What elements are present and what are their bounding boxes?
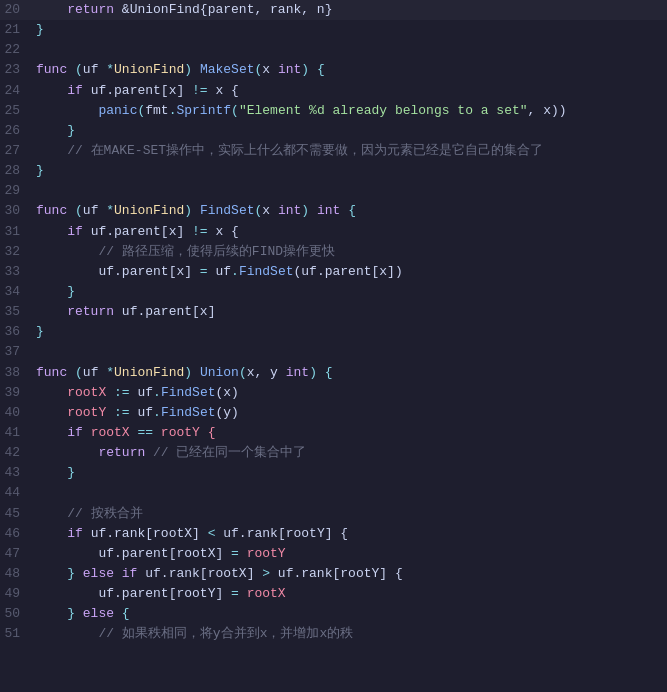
line-number: 20 [0,0,36,20]
code-line: 44 [0,483,667,503]
line-content: panic(fmt.Sprintf("Element %d already be… [36,101,659,121]
line-content: uf.parent[rootX] = rootY [36,544,659,564]
line-content: } [36,20,659,40]
line-content: rootX := uf.FindSet(x) [36,383,659,403]
code-line: 24 if uf.parent[x] != x { [0,81,667,101]
code-line: 42 return // 已经在同一个集合中了 [0,443,667,463]
line-content: func (uf *UnionFind) Union(x, y int) { [36,363,659,383]
line-number: 36 [0,322,36,342]
line-number: 47 [0,544,36,564]
line-content: } [36,121,659,141]
line-number: 35 [0,302,36,322]
line-content: } [36,463,659,483]
line-content: if rootX == rootY { [36,423,659,443]
line-number: 26 [0,121,36,141]
line-number: 45 [0,504,36,524]
code-line: 51 // 如果秩相同，将y合并到x，并增加x的秩 [0,624,667,644]
line-content [36,40,659,60]
code-line: 26 } [0,121,667,141]
line-number: 21 [0,20,36,40]
line-number: 44 [0,483,36,503]
line-content [36,483,659,503]
line-number: 41 [0,423,36,443]
line-content: uf.parent[rootY] = rootX [36,584,659,604]
code-line: 46 if uf.rank[rootX] < uf.rank[rootY] { [0,524,667,544]
line-content: return // 已经在同一个集合中了 [36,443,659,463]
code-line: 45 // 按秩合并 [0,504,667,524]
code-line: 38func (uf *UnionFind) Union(x, y int) { [0,363,667,383]
code-line: 43 } [0,463,667,483]
code-line: 39 rootX := uf.FindSet(x) [0,383,667,403]
line-number: 33 [0,262,36,282]
code-line: 37 [0,342,667,362]
line-content: return &UnionFind{parent, rank, n} [36,0,659,20]
code-line: 20 return &UnionFind{parent, rank, n} [0,0,667,20]
code-line: 36} [0,322,667,342]
line-content: func (uf *UnionFind) MakeSet(x int) { [36,60,659,80]
line-content: if uf.parent[x] != x { [36,81,659,101]
line-content: } [36,161,659,181]
line-content: return uf.parent[x] [36,302,659,322]
code-line: 27 // 在MAKE-SET操作中，实际上什么都不需要做，因为元素已经是它自己… [0,141,667,161]
code-line: 49 uf.parent[rootY] = rootX [0,584,667,604]
line-number: 38 [0,363,36,383]
line-number: 42 [0,443,36,463]
code-line: 34 } [0,282,667,302]
code-line: 23func (uf *UnionFind) MakeSet(x int) { [0,60,667,80]
line-number: 25 [0,101,36,121]
code-line: 40 rootY := uf.FindSet(y) [0,403,667,423]
line-content: // 在MAKE-SET操作中，实际上什么都不需要做，因为元素已经是它自己的集合… [36,141,659,161]
line-number: 27 [0,141,36,161]
line-content: } else if uf.rank[rootX] > uf.rank[rootY… [36,564,659,584]
line-number: 31 [0,222,36,242]
line-number: 39 [0,383,36,403]
line-number: 51 [0,624,36,644]
line-content [36,181,659,201]
code-line: 48 } else if uf.rank[rootX] > uf.rank[ro… [0,564,667,584]
line-content: rootY := uf.FindSet(y) [36,403,659,423]
code-line: 32 // 路径压缩，使得后续的FIND操作更快 [0,242,667,262]
line-content: } [36,282,659,302]
line-content: uf.parent[x] = uf.FindSet(uf.parent[x]) [36,262,659,282]
line-number: 24 [0,81,36,101]
code-line: 47 uf.parent[rootX] = rootY [0,544,667,564]
line-content: if uf.rank[rootX] < uf.rank[rootY] { [36,524,659,544]
code-line: 33 uf.parent[x] = uf.FindSet(uf.parent[x… [0,262,667,282]
line-number: 43 [0,463,36,483]
code-line: 50 } else { [0,604,667,624]
line-content: // 路径压缩，使得后续的FIND操作更快 [36,242,659,262]
code-line: 28} [0,161,667,181]
code-line: 30func (uf *UnionFind) FindSet(x int) in… [0,201,667,221]
line-number: 23 [0,60,36,80]
code-line: 25 panic(fmt.Sprintf("Element %d already… [0,101,667,121]
line-number: 37 [0,342,36,362]
line-number: 40 [0,403,36,423]
line-content: } [36,322,659,342]
line-number: 34 [0,282,36,302]
line-number: 22 [0,40,36,60]
line-content [36,342,659,362]
line-number: 50 [0,604,36,624]
code-line: 35 return uf.parent[x] [0,302,667,322]
code-line: 31 if uf.parent[x] != x { [0,222,667,242]
line-number: 28 [0,161,36,181]
line-content: if uf.parent[x] != x { [36,222,659,242]
code-line: 29 [0,181,667,201]
code-line: 22 [0,40,667,60]
line-number: 30 [0,201,36,221]
line-number: 29 [0,181,36,201]
line-content: // 如果秩相同，将y合并到x，并增加x的秩 [36,624,659,644]
code-line: 41 if rootX == rootY { [0,423,667,443]
line-content: // 按秩合并 [36,504,659,524]
line-number: 32 [0,242,36,262]
line-number: 49 [0,584,36,604]
line-number: 46 [0,524,36,544]
line-content: } else { [36,604,659,624]
line-number: 48 [0,564,36,584]
code-editor: 20 return &UnionFind{parent, rank, n}21}… [0,0,667,645]
line-content: func (uf *UnionFind) FindSet(x int) int … [36,201,659,221]
code-line: 21} [0,20,667,40]
